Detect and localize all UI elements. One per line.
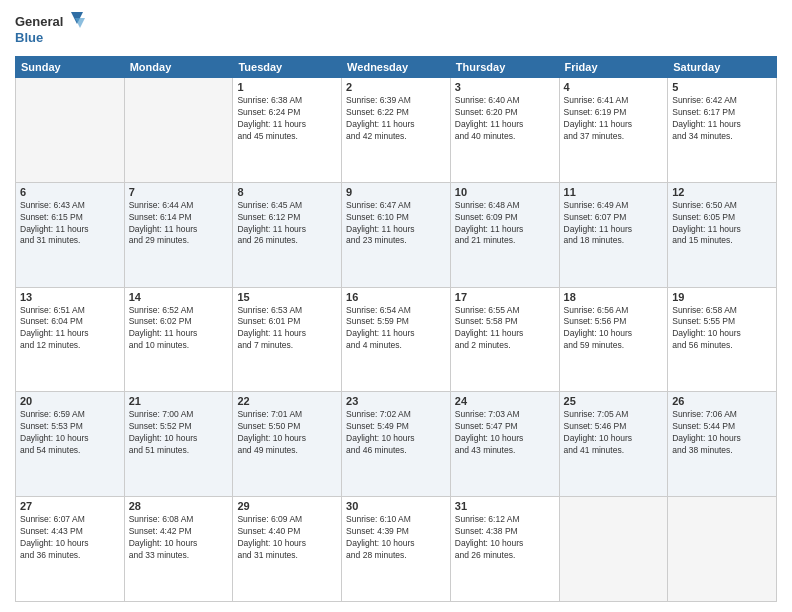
day-info: Sunrise: 6:49 AM Sunset: 6:07 PM Dayligh… — [564, 200, 664, 248]
table-row: 3Sunrise: 6:40 AM Sunset: 6:20 PM Daylig… — [450, 78, 559, 183]
day-info: Sunrise: 6:48 AM Sunset: 6:09 PM Dayligh… — [455, 200, 555, 248]
logo: General Blue — [15, 10, 85, 48]
table-row: 29Sunrise: 6:09 AM Sunset: 4:40 PM Dayli… — [233, 497, 342, 602]
day-number: 5 — [672, 81, 772, 93]
weekday-wednesday: Wednesday — [342, 57, 451, 78]
table-row: 17Sunrise: 6:55 AM Sunset: 5:58 PM Dayli… — [450, 287, 559, 392]
table-row: 25Sunrise: 7:05 AM Sunset: 5:46 PM Dayli… — [559, 392, 668, 497]
day-info: Sunrise: 6:38 AM Sunset: 6:24 PM Dayligh… — [237, 95, 337, 143]
day-number: 21 — [129, 395, 229, 407]
day-info: Sunrise: 6:51 AM Sunset: 6:04 PM Dayligh… — [20, 305, 120, 353]
day-number: 8 — [237, 186, 337, 198]
day-info: Sunrise: 6:50 AM Sunset: 6:05 PM Dayligh… — [672, 200, 772, 248]
table-row: 23Sunrise: 7:02 AM Sunset: 5:49 PM Dayli… — [342, 392, 451, 497]
table-row: 31Sunrise: 6:12 AM Sunset: 4:38 PM Dayli… — [450, 497, 559, 602]
day-info: Sunrise: 7:03 AM Sunset: 5:47 PM Dayligh… — [455, 409, 555, 457]
day-number: 10 — [455, 186, 555, 198]
table-row: 14Sunrise: 6:52 AM Sunset: 6:02 PM Dayli… — [124, 287, 233, 392]
day-number: 12 — [672, 186, 772, 198]
week-row-1: 1Sunrise: 6:38 AM Sunset: 6:24 PM Daylig… — [16, 78, 777, 183]
table-row: 6Sunrise: 6:43 AM Sunset: 6:15 PM Daylig… — [16, 182, 125, 287]
day-info: Sunrise: 6:42 AM Sunset: 6:17 PM Dayligh… — [672, 95, 772, 143]
table-row: 4Sunrise: 6:41 AM Sunset: 6:19 PM Daylig… — [559, 78, 668, 183]
header: General Blue — [15, 10, 777, 48]
day-number: 19 — [672, 291, 772, 303]
weekday-monday: Monday — [124, 57, 233, 78]
week-row-5: 27Sunrise: 6:07 AM Sunset: 4:43 PM Dayli… — [16, 497, 777, 602]
weekday-tuesday: Tuesday — [233, 57, 342, 78]
table-row: 15Sunrise: 6:53 AM Sunset: 6:01 PM Dayli… — [233, 287, 342, 392]
day-number: 30 — [346, 500, 446, 512]
table-row: 12Sunrise: 6:50 AM Sunset: 6:05 PM Dayli… — [668, 182, 777, 287]
table-row — [559, 497, 668, 602]
day-info: Sunrise: 6:59 AM Sunset: 5:53 PM Dayligh… — [20, 409, 120, 457]
day-number: 28 — [129, 500, 229, 512]
day-number: 29 — [237, 500, 337, 512]
day-info: Sunrise: 6:39 AM Sunset: 6:22 PM Dayligh… — [346, 95, 446, 143]
day-number: 7 — [129, 186, 229, 198]
day-number: 24 — [455, 395, 555, 407]
day-number: 15 — [237, 291, 337, 303]
table-row: 20Sunrise: 6:59 AM Sunset: 5:53 PM Dayli… — [16, 392, 125, 497]
weekday-friday: Friday — [559, 57, 668, 78]
svg-text:Blue: Blue — [15, 30, 43, 45]
day-info: Sunrise: 6:10 AM Sunset: 4:39 PM Dayligh… — [346, 514, 446, 562]
day-number: 13 — [20, 291, 120, 303]
day-number: 3 — [455, 81, 555, 93]
day-info: Sunrise: 6:07 AM Sunset: 4:43 PM Dayligh… — [20, 514, 120, 562]
day-number: 9 — [346, 186, 446, 198]
table-row: 11Sunrise: 6:49 AM Sunset: 6:07 PM Dayli… — [559, 182, 668, 287]
day-number: 23 — [346, 395, 446, 407]
weekday-thursday: Thursday — [450, 57, 559, 78]
day-info: Sunrise: 6:40 AM Sunset: 6:20 PM Dayligh… — [455, 95, 555, 143]
day-number: 6 — [20, 186, 120, 198]
table-row: 1Sunrise: 6:38 AM Sunset: 6:24 PM Daylig… — [233, 78, 342, 183]
weekday-saturday: Saturday — [668, 57, 777, 78]
day-info: Sunrise: 6:09 AM Sunset: 4:40 PM Dayligh… — [237, 514, 337, 562]
table-row: 10Sunrise: 6:48 AM Sunset: 6:09 PM Dayli… — [450, 182, 559, 287]
table-row: 2Sunrise: 6:39 AM Sunset: 6:22 PM Daylig… — [342, 78, 451, 183]
day-info: Sunrise: 6:08 AM Sunset: 4:42 PM Dayligh… — [129, 514, 229, 562]
table-row: 16Sunrise: 6:54 AM Sunset: 5:59 PM Dayli… — [342, 287, 451, 392]
logo-svg: General Blue — [15, 10, 85, 48]
day-info: Sunrise: 7:05 AM Sunset: 5:46 PM Dayligh… — [564, 409, 664, 457]
table-row: 19Sunrise: 6:58 AM Sunset: 5:55 PM Dayli… — [668, 287, 777, 392]
day-number: 27 — [20, 500, 120, 512]
day-info: Sunrise: 7:02 AM Sunset: 5:49 PM Dayligh… — [346, 409, 446, 457]
day-info: Sunrise: 6:12 AM Sunset: 4:38 PM Dayligh… — [455, 514, 555, 562]
day-number: 2 — [346, 81, 446, 93]
day-number: 14 — [129, 291, 229, 303]
day-info: Sunrise: 6:45 AM Sunset: 6:12 PM Dayligh… — [237, 200, 337, 248]
day-info: Sunrise: 7:06 AM Sunset: 5:44 PM Dayligh… — [672, 409, 772, 457]
table-row: 24Sunrise: 7:03 AM Sunset: 5:47 PM Dayli… — [450, 392, 559, 497]
day-number: 11 — [564, 186, 664, 198]
day-info: Sunrise: 6:44 AM Sunset: 6:14 PM Dayligh… — [129, 200, 229, 248]
weekday-header-row: SundayMondayTuesdayWednesdayThursdayFrid… — [16, 57, 777, 78]
day-number: 17 — [455, 291, 555, 303]
table-row: 13Sunrise: 6:51 AM Sunset: 6:04 PM Dayli… — [16, 287, 125, 392]
calendar: SundayMondayTuesdayWednesdayThursdayFrid… — [15, 56, 777, 602]
day-info: Sunrise: 6:43 AM Sunset: 6:15 PM Dayligh… — [20, 200, 120, 248]
week-row-2: 6Sunrise: 6:43 AM Sunset: 6:15 PM Daylig… — [16, 182, 777, 287]
day-info: Sunrise: 6:47 AM Sunset: 6:10 PM Dayligh… — [346, 200, 446, 248]
table-row: 30Sunrise: 6:10 AM Sunset: 4:39 PM Dayli… — [342, 497, 451, 602]
day-info: Sunrise: 6:53 AM Sunset: 6:01 PM Dayligh… — [237, 305, 337, 353]
day-info: Sunrise: 7:01 AM Sunset: 5:50 PM Dayligh… — [237, 409, 337, 457]
table-row: 27Sunrise: 6:07 AM Sunset: 4:43 PM Dayli… — [16, 497, 125, 602]
week-row-4: 20Sunrise: 6:59 AM Sunset: 5:53 PM Dayli… — [16, 392, 777, 497]
day-info: Sunrise: 6:58 AM Sunset: 5:55 PM Dayligh… — [672, 305, 772, 353]
table-row — [16, 78, 125, 183]
day-info: Sunrise: 6:41 AM Sunset: 6:19 PM Dayligh… — [564, 95, 664, 143]
day-number: 16 — [346, 291, 446, 303]
day-number: 22 — [237, 395, 337, 407]
table-row: 18Sunrise: 6:56 AM Sunset: 5:56 PM Dayli… — [559, 287, 668, 392]
page: General Blue SundayMondayTuesdayWednesda… — [0, 0, 792, 612]
day-number: 26 — [672, 395, 772, 407]
table-row: 28Sunrise: 6:08 AM Sunset: 4:42 PM Dayli… — [124, 497, 233, 602]
day-info: Sunrise: 6:54 AM Sunset: 5:59 PM Dayligh… — [346, 305, 446, 353]
day-number: 31 — [455, 500, 555, 512]
svg-text:General: General — [15, 14, 63, 29]
day-number: 20 — [20, 395, 120, 407]
table-row: 9Sunrise: 6:47 AM Sunset: 6:10 PM Daylig… — [342, 182, 451, 287]
table-row: 26Sunrise: 7:06 AM Sunset: 5:44 PM Dayli… — [668, 392, 777, 497]
